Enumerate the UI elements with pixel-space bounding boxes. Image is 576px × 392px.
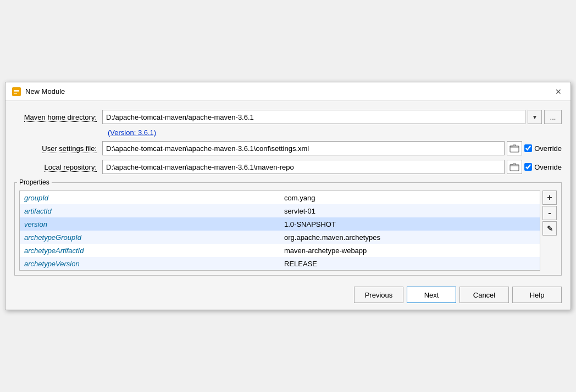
remove-property-button[interactable]: - — [542, 206, 557, 220]
property-key: version — [20, 217, 280, 231]
local-repo-row: Local repository: Override — [14, 160, 562, 174]
dialog-body: Maven home directory: ▼ ... (Version: 3.… — [5, 101, 571, 280]
table-row[interactable]: archetypeGroupId org.apache.maven.archet… — [20, 231, 540, 244]
properties-legend: Properties — [17, 178, 52, 186]
dialog-footer: Previous Next Cancel Help — [5, 280, 571, 310]
properties-fieldset: Properties groupId com.yang artifactId s… — [14, 178, 562, 276]
properties-table-wrapper[interactable]: groupId com.yang artifactId servlet-01 v… — [19, 191, 540, 271]
property-key: archetypeArtifactId — [20, 244, 280, 257]
property-value: maven-archetype-webapp — [280, 244, 540, 257]
property-value: org.apache.maven.archetypes — [280, 231, 540, 244]
local-repo-input[interactable] — [102, 160, 505, 174]
maven-home-label: Maven home directory: — [14, 113, 102, 121]
property-key: artifactId — [20, 204, 280, 217]
title-bar: New Module ✕ — [5, 82, 571, 101]
local-repo-override: Override — [524, 163, 562, 171]
help-button[interactable]: Help — [512, 287, 562, 303]
close-button[interactable]: ✕ — [553, 86, 564, 97]
title-bar-left: New Module — [12, 87, 65, 96]
table-row[interactable]: archetypeArtifactId maven-archetype-weba… — [20, 244, 540, 257]
local-repo-override-label: Override — [534, 163, 562, 171]
property-key: archetypeGroupId — [20, 231, 280, 244]
maven-home-row: Maven home directory: ▼ ... — [14, 110, 562, 124]
user-settings-input-group: Override — [102, 141, 562, 155]
next-button[interactable]: Next — [407, 287, 456, 303]
property-value: RELEASE — [280, 257, 540, 270]
dialog-title: New Module — [25, 87, 65, 96]
property-value: 1.0-SNAPSHOT — [280, 217, 540, 231]
edit-property-button[interactable]: ✎ — [542, 221, 557, 236]
maven-home-dropdown-btn[interactable]: ▼ — [528, 110, 542, 124]
property-value: servlet-01 — [280, 204, 540, 217]
previous-button[interactable]: Previous — [354, 287, 403, 303]
local-repo-input-group: Override — [102, 160, 562, 174]
maven-home-input[interactable] — [102, 110, 525, 124]
dialog-icon — [12, 87, 21, 96]
maven-version-text: (Version: 3.6.1) — [108, 128, 562, 137]
cancel-button[interactable]: Cancel — [459, 287, 509, 303]
properties-container: groupId com.yang artifactId servlet-01 v… — [17, 188, 559, 273]
local-repo-label: Local repository: — [14, 163, 102, 171]
maven-home-browse-btn[interactable]: ... — [544, 110, 562, 124]
property-key: groupId — [20, 191, 280, 204]
user-settings-input[interactable] — [102, 141, 505, 155]
table-actions: + - ✎ — [540, 188, 559, 273]
user-settings-label: User settings file: — [14, 144, 102, 153]
user-settings-override-label: Override — [534, 144, 562, 153]
svg-rect-3 — [14, 93, 17, 94]
table-row[interactable]: artifactId servlet-01 — [20, 204, 540, 217]
user-settings-override-checkbox[interactable] — [524, 144, 532, 152]
property-value: com.yang — [280, 191, 540, 204]
user-settings-override: Override — [524, 144, 562, 153]
add-property-button[interactable]: + — [542, 191, 557, 205]
user-settings-browse-btn[interactable] — [507, 141, 522, 155]
local-repo-browse-btn[interactable] — [507, 160, 522, 174]
table-row[interactable]: version 1.0-SNAPSHOT — [20, 217, 540, 231]
svg-rect-1 — [14, 90, 19, 91]
user-settings-row: User settings file: Override — [14, 141, 562, 155]
svg-rect-2 — [14, 91, 19, 92]
table-row[interactable]: groupId com.yang — [20, 191, 540, 204]
maven-home-input-group: ▼ ... — [102, 110, 562, 124]
property-key: archetypeVersion — [20, 257, 280, 270]
properties-table: groupId com.yang artifactId servlet-01 v… — [20, 191, 540, 270]
new-module-dialog: New Module ✕ Maven home directory: ▼ ...… — [5, 82, 571, 310]
table-row[interactable]: archetypeVersion RELEASE — [20, 257, 540, 270]
local-repo-override-checkbox[interactable] — [524, 163, 532, 171]
